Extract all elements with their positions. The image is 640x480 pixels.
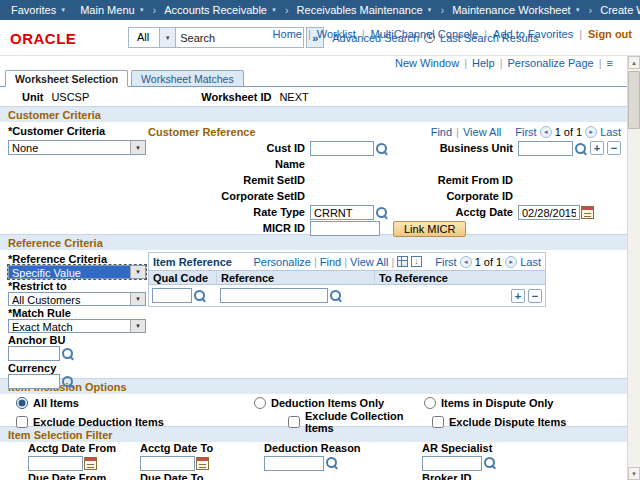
restrict-to-label: *Restrict to — [8, 281, 148, 291]
deduction-items-only-radio[interactable] — [254, 397, 266, 409]
download-grid-icon[interactable] — [411, 256, 422, 267]
business-unit-lookup-icon[interactable] — [574, 142, 587, 156]
micr-id-input[interactable] — [310, 221, 380, 236]
pager-next-icon[interactable]: ► — [585, 126, 597, 138]
items-in-dispute-only-option[interactable]: Items in Dispute Only — [424, 397, 627, 409]
chevron-down-icon[interactable]: ▼ — [159, 28, 175, 47]
deduction-reason-label: Deduction Reason — [264, 442, 422, 454]
pager-first-link[interactable]: First — [515, 126, 536, 138]
items-in-dispute-only-radio[interactable] — [424, 397, 436, 409]
vertical-scrollbar[interactable]: ▲ ▼ — [627, 56, 640, 480]
rate-type-input[interactable] — [310, 205, 374, 220]
zoom-grid-icon[interactable] — [397, 256, 408, 267]
chevron-down-icon[interactable]: ▼ — [130, 141, 145, 154]
acctg-date-to-input[interactable] — [140, 456, 195, 471]
multichannel-console-link[interactable]: MultiChannel Console — [371, 28, 479, 40]
empty-cell — [518, 189, 621, 204]
breadcrumb-favorites[interactable]: Favorites ▼ — [4, 4, 73, 16]
pager-first-link[interactable]: First — [435, 256, 456, 268]
deduction-reason-lookup-icon[interactable] — [325, 456, 338, 470]
sign-out-link[interactable]: Sign out — [588, 28, 632, 40]
qual-code-lookup-icon[interactable] — [193, 289, 206, 303]
tab-worksheet-matches[interactable]: Worksheet Matches — [131, 70, 244, 87]
scroll-down-button[interactable]: ▼ — [628, 467, 640, 480]
empty-cell — [518, 173, 621, 188]
add-to-favorites-link[interactable]: Add to Favorites — [493, 28, 573, 40]
calendar-icon[interactable] — [581, 206, 594, 219]
breadcrumb-receivables-maintenance[interactable]: Receivables Maintenance ▼ — [290, 4, 440, 16]
oracle-logo: ORACLE — [10, 30, 76, 47]
breadcrumb-maintenance-worksheet[interactable]: Maintenance Worksheet ▼ — [445, 4, 587, 16]
deduction-items-only-option[interactable]: Deduction Items Only — [254, 397, 424, 409]
pager-last-link[interactable]: Last — [600, 126, 621, 138]
pager-previous-icon[interactable]: ◄ — [460, 256, 472, 268]
cust-id-input[interactable] — [310, 141, 374, 156]
worklist-link[interactable]: Worklist — [317, 28, 356, 40]
remit-setid-label: Remit SetID — [148, 173, 310, 188]
reference-criteria-dropdown[interactable]: Specific Value ▼ — [8, 265, 146, 279]
exclude-deduction-items-option[interactable]: Exclude Deduction Items — [16, 416, 288, 428]
scroll-up-button[interactable]: ▲ — [628, 56, 640, 69]
remove-row-button[interactable]: − — [607, 141, 621, 155]
exclude-collection-items-checkbox[interactable] — [288, 416, 300, 428]
new-window-link[interactable]: New Window — [395, 57, 459, 69]
find-link[interactable]: Find — [431, 126, 452, 138]
all-items-radio[interactable] — [16, 397, 28, 409]
exclude-collection-items-option[interactable]: Exclude Collection Items — [288, 410, 432, 434]
page-menu-icon[interactable]: ≡ — [607, 58, 613, 68]
find-link[interactable]: Find — [320, 256, 341, 268]
calendar-icon[interactable] — [84, 457, 97, 470]
ar-specialist-lookup-icon[interactable] — [483, 456, 496, 470]
remove-row-button[interactable]: − — [528, 289, 542, 303]
pager-next-icon[interactable]: ► — [505, 256, 517, 268]
key-fields-row: Unit USCSP Worksheet ID NEXT — [0, 87, 627, 106]
rate-type-lookup-icon[interactable] — [375, 206, 388, 220]
scrollbar-track[interactable] — [628, 69, 640, 467]
all-items-option[interactable]: All Items — [16, 397, 254, 409]
worksheet-id-value: NEXT — [279, 91, 308, 103]
acctg-date-from-input[interactable] — [28, 456, 83, 471]
exclude-dispute-items-option[interactable]: Exclude Dispute Items — [432, 416, 627, 428]
home-link[interactable]: Home — [273, 28, 302, 40]
deduction-reason-input[interactable] — [264, 456, 324, 471]
pager-last-link[interactable]: Last — [520, 256, 541, 268]
anchor-bu-lookup-icon[interactable] — [61, 347, 74, 361]
scrollbar-thumb[interactable] — [628, 71, 640, 129]
exclude-dispute-items-checkbox[interactable] — [432, 416, 444, 428]
match-rule-dropdown[interactable]: Exact Match ▼ — [8, 319, 146, 333]
chevron-down-icon[interactable]: ▼ — [130, 320, 145, 332]
reference-lookup-icon[interactable] — [329, 289, 342, 303]
reference-input[interactable] — [220, 288, 328, 303]
add-row-button[interactable]: + — [590, 141, 604, 155]
chevron-down-icon[interactable]: ▼ — [130, 293, 145, 305]
chevron-down-icon[interactable]: ▼ — [130, 266, 145, 278]
exclude-collection-items-label: Exclude Collection Items — [305, 410, 432, 434]
help-link[interactable]: Help — [472, 57, 495, 69]
tab-worksheet-selection[interactable]: Worksheet Selection — [5, 70, 128, 87]
qual-code-input[interactable] — [152, 288, 192, 303]
calendar-icon[interactable] — [196, 457, 209, 470]
breadcrumb-main-menu[interactable]: Main Menu ▼ — [73, 4, 151, 16]
cust-id-lookup-icon[interactable] — [375, 142, 388, 156]
anchor-bu-input[interactable] — [8, 346, 60, 361]
separator: | — [391, 256, 394, 268]
breadcrumb-create-worksheet[interactable]: Create Worksheet — [593, 4, 640, 16]
personalize-page-link[interactable]: Personalize Page — [507, 57, 593, 69]
exclude-deduction-items-checkbox[interactable] — [16, 416, 28, 428]
currency-input[interactable] — [8, 374, 60, 389]
customer-criteria-dropdown[interactable]: None ▼ — [8, 140, 146, 155]
acctg-date-input[interactable] — [518, 205, 580, 220]
row-pager: First ◄ 1 of 1 ► Last — [515, 126, 621, 138]
view-all-link[interactable]: View All — [463, 126, 501, 138]
breadcrumb-accounts-receivable[interactable]: Accounts Receivable ▼ — [157, 4, 284, 16]
restrict-to-dropdown[interactable]: All Customers ▼ — [8, 292, 146, 306]
ar-specialist-input[interactable] — [422, 456, 482, 471]
pager-previous-icon[interactable]: ◄ — [540, 126, 552, 138]
search-scope-dropdown[interactable]: All ▼ — [128, 27, 176, 48]
add-row-button[interactable]: + — [511, 289, 525, 303]
currency-lookup-icon[interactable] — [61, 375, 74, 389]
link-micr-button[interactable]: Link MICR — [393, 221, 466, 237]
view-all-link[interactable]: View All — [350, 256, 388, 268]
business-unit-input[interactable] — [518, 141, 573, 156]
personalize-link[interactable]: Personalize — [253, 256, 310, 268]
